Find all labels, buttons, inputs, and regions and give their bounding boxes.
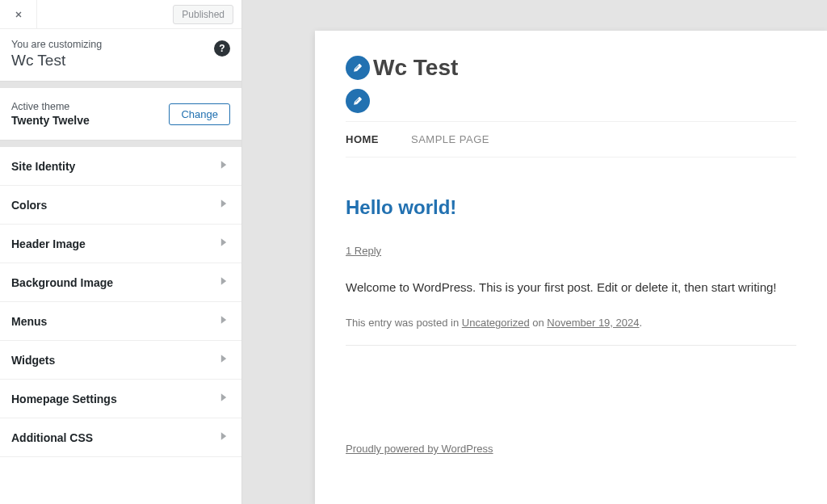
customizing-header: You are customizing Wc Test ? xyxy=(0,29,241,82)
customizer-sections: Site Identity Colors Header Image Backgr… xyxy=(0,147,241,457)
footer-link[interactable]: Proudly powered by WordPress xyxy=(346,443,493,455)
section-homepage-settings[interactable]: Homepage Settings xyxy=(0,380,241,418)
section-background-image[interactable]: Background Image xyxy=(0,263,241,302)
sidebar-gap xyxy=(0,141,241,147)
reply-link[interactable]: 1 Reply xyxy=(346,245,381,257)
sidebar-top-bar: Published xyxy=(0,0,241,29)
section-label: Widgets xyxy=(11,354,55,367)
chevron-right-icon xyxy=(217,430,230,445)
preview-area: Wc Test HOME SAMPLE PAGE Hello world! 1 … xyxy=(242,0,827,504)
active-theme-label: Active theme xyxy=(11,101,90,112)
section-widgets[interactable]: Widgets xyxy=(0,341,241,380)
pencil-icon xyxy=(352,62,363,74)
post-meta-prefix: This entry was posted in xyxy=(346,317,462,329)
pencil-icon xyxy=(352,95,363,107)
nav-item-sample-page[interactable]: SAMPLE PAGE xyxy=(411,133,489,145)
post-meta: This entry was posted in Uncategorized o… xyxy=(346,317,796,346)
chevron-right-icon xyxy=(217,275,230,290)
preview-frame: Wc Test HOME SAMPLE PAGE Hello world! 1 … xyxy=(315,31,827,504)
section-additional-css[interactable]: Additional CSS xyxy=(0,418,241,457)
chevron-right-icon xyxy=(217,236,230,251)
close-icon xyxy=(13,9,24,20)
chevron-right-icon xyxy=(217,391,230,406)
edit-site-title-button[interactable] xyxy=(346,56,370,80)
customizing-label: You are customizing xyxy=(11,39,230,50)
primary-nav: HOME SAMPLE PAGE xyxy=(346,121,796,158)
post-meta-suffix: . xyxy=(640,317,643,329)
section-label: Additional CSS xyxy=(11,431,93,444)
section-label: Site Identity xyxy=(11,160,75,173)
active-theme-row: Active theme Twenty Twelve Change xyxy=(0,88,241,141)
post-meta-on: on xyxy=(530,317,548,329)
section-header-image[interactable]: Header Image xyxy=(0,225,241,263)
change-theme-button[interactable]: Change xyxy=(169,103,230,125)
post-body: Welcome to WordPress. This is your first… xyxy=(346,280,796,294)
section-label: Colors xyxy=(11,199,47,212)
category-link[interactable]: Uncategorized xyxy=(462,317,530,329)
section-label: Header Image xyxy=(11,237,86,250)
customizing-site-title: Wc Test xyxy=(11,52,230,69)
section-colors[interactable]: Colors xyxy=(0,186,241,225)
site-title[interactable]: Wc Test xyxy=(373,55,458,81)
date-link[interactable]: November 19, 2024 xyxy=(547,317,639,329)
section-label: Menus xyxy=(11,315,47,328)
active-theme-name: Twenty Twelve xyxy=(11,114,90,127)
chevron-right-icon xyxy=(217,158,230,174)
sidebar-gap xyxy=(0,82,241,88)
customizer-sidebar: Published You are customizing Wc Test ? … xyxy=(0,0,242,504)
edit-nav-button[interactable] xyxy=(346,89,370,113)
published-button[interactable]: Published xyxy=(173,5,233,24)
chevron-right-icon xyxy=(217,197,230,212)
chevron-right-icon xyxy=(217,352,230,368)
help-icon[interactable]: ? xyxy=(214,40,230,57)
section-menus[interactable]: Menus xyxy=(0,302,241,341)
section-site-identity[interactable]: Site Identity xyxy=(0,147,241,186)
post-title-link[interactable]: Hello world! xyxy=(346,196,796,219)
close-button[interactable] xyxy=(0,0,37,29)
section-label: Homepage Settings xyxy=(11,393,117,405)
nav-item-home[interactable]: HOME xyxy=(346,133,379,145)
section-label: Background Image xyxy=(11,276,113,289)
chevron-right-icon xyxy=(217,313,230,329)
